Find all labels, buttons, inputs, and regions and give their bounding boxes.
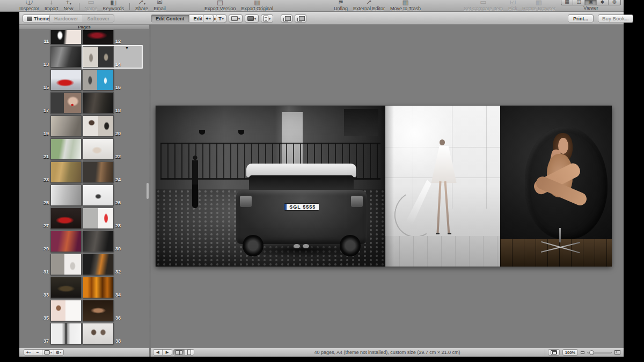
export-version-label: Export Version [204,6,236,12]
page-thumbnail-17[interactable] [50,92,82,114]
photo-model-head [440,139,445,145]
page-thumbnail-36[interactable] [83,300,114,321]
share-button[interactable]: ↗▾Share [135,1,148,12]
page-thumbnail-31[interactable] [50,254,82,275]
page-thumbnail-33[interactable] [50,277,82,298]
page-number: 17 [19,108,50,114]
page-thumbnail-27[interactable] [50,208,82,229]
page-thumbnail-13[interactable] [50,46,82,68]
pages-list[interactable]: 11121314▼1516171819202122232425262728293… [19,30,149,348]
split-view-view-button[interactable]: ◫ [573,0,585,5]
pages-scrollbar-thumb[interactable] [147,183,149,199]
text-box-button[interactable]: T▾ [216,14,226,23]
softcover-option[interactable]: Softcover [83,15,114,22]
move-to-trash-button[interactable]: ▦Move to Trash [390,1,421,12]
page-thumbnail-22[interactable] [83,138,114,160]
send-backward-icon [297,18,302,21]
page-options-button[interactable]: ▾ [261,14,273,23]
page-thumbnail-38[interactable] [83,323,114,344]
page-thumbnail-37[interactable] [50,323,82,344]
theme-icon [27,17,32,21]
page-thumbnail-21[interactable] [50,138,82,160]
page-thumbnail-16[interactable] [83,69,114,91]
zoom-slider-thumb[interactable] [589,350,594,355]
add-box-button[interactable]: +▾ [203,14,214,23]
zoom-100-button[interactable]: 100% [562,349,578,356]
right-page-photo-hose[interactable] [385,106,500,267]
fit-to-window-button[interactable] [548,349,560,356]
keywords-button[interactable]: ◧Keywords [103,1,125,12]
send-backward-button[interactable] [295,14,306,23]
external-editor-icon: ↗ [366,1,372,6]
bring-forward-button[interactable] [281,14,292,23]
page-disclosure-icon[interactable]: ▼ [125,46,129,50]
print-button[interactable]: Print... [568,14,594,23]
main-toolbar: ⓘInspector↓Import+▾New▭Name◧Keywords↗▾Sh… [0,0,624,12]
fit-to-window-icon [551,350,557,354]
page-thumbnail-28[interactable] [83,208,114,229]
page-thumbnail-29[interactable] [50,231,82,252]
export-version-button[interactable]: ▤Export Version [204,1,236,12]
page-thumbnail-20[interactable] [83,115,114,137]
viewer-status-bar: ◀ ▶ 40 pages, A4 (theme not installed), … [151,348,624,357]
book-left-page[interactable]: SGL 5555 [156,106,385,267]
compare-view-button[interactable]: ◆ [597,0,609,5]
page-thumbnail-35[interactable] [50,300,82,321]
keywords-icon: ◧ [110,1,116,6]
inspector-button[interactable]: ⓘInspector [19,1,39,12]
tab-edit-content[interactable]: Edit Content [151,15,189,22]
layout-tools: +▾T▾▾▾▾ [203,14,306,23]
export-version-icon: ▤ [217,1,223,6]
book-right-page[interactable] [385,106,612,267]
page-thumbnail-24[interactable] [83,161,114,183]
book-actions-button[interactable]: ⚙▾ [54,350,63,355]
page-thumbnail-19[interactable] [50,115,82,137]
page-thumbnail-12[interactable] [83,30,114,45]
print-label: Print... [573,16,588,21]
page-thumbnail-26[interactable] [83,184,114,206]
viewer-view-button[interactable]: ▣ [585,0,597,5]
inspector-label: Inspector [19,6,39,12]
page-number: 32 [114,269,122,275]
page-thumbnail-32[interactable] [83,254,114,275]
map-box-button[interactable]: ▾ [245,14,259,23]
external-editor-button[interactable]: ↗External Editor [353,1,385,12]
page-thumbnail-25[interactable] [50,184,82,206]
page-thumbnail-14[interactable] [83,46,114,68]
page-thumbnail-18[interactable] [83,92,114,114]
pages-panel: Pages 11121314▼1516171819202122232425262… [19,25,149,348]
theme-label: Theme [34,16,49,21]
new-button[interactable]: +▾New [64,1,74,12]
left-page-photo-mini-cooper[interactable]: SGL 5555 [156,106,385,267]
selected-page-highlight[interactable]: 14▼ [82,45,143,69]
pages-panel-footer: +▾ − ▾ ⚙▾ [19,348,149,357]
right-page-photo-chair[interactable] [500,106,612,267]
page-template-button[interactable]: ▾ [42,350,54,355]
new-icon: +▾ [65,1,71,6]
new-label: New [64,6,74,12]
page-thumbnail-34[interactable] [83,277,114,298]
unflag-button[interactable]: ⚑Unflag [334,1,348,12]
add-page-button[interactable]: +▾ [24,350,33,355]
page-thumbnail-23[interactable] [50,161,82,183]
photo-box-icon [231,16,238,21]
page-thumbnail-30[interactable] [83,231,114,252]
import-button[interactable]: ↓Import [45,1,58,12]
smart-settings-view-button[interactable]: ◍ [609,0,620,5]
export-original-button[interactable]: ▥Export Original [241,1,274,12]
photo-heel [436,233,440,234]
hardcover-option[interactable]: Hardcover [50,15,83,22]
zoom-small-icon [581,351,584,354]
photo-box-button[interactable]: ▾ [229,14,243,23]
page-thumbnail-15[interactable] [50,69,82,91]
page-number: 31 [19,269,50,275]
browser-view-button[interactable]: ▦ [561,0,573,5]
page-thumbnail-11[interactable] [50,30,82,45]
rotate-browser-label: Rotate Browser [522,6,555,12]
zoom-slider[interactable] [587,352,612,353]
bring-forward-icon [283,18,288,21]
page-number: 34 [114,292,122,298]
zoom-controls: 100% [545,349,620,356]
remove-page-button[interactable]: − [33,350,42,355]
email-button[interactable]: ✉Email [153,1,166,12]
